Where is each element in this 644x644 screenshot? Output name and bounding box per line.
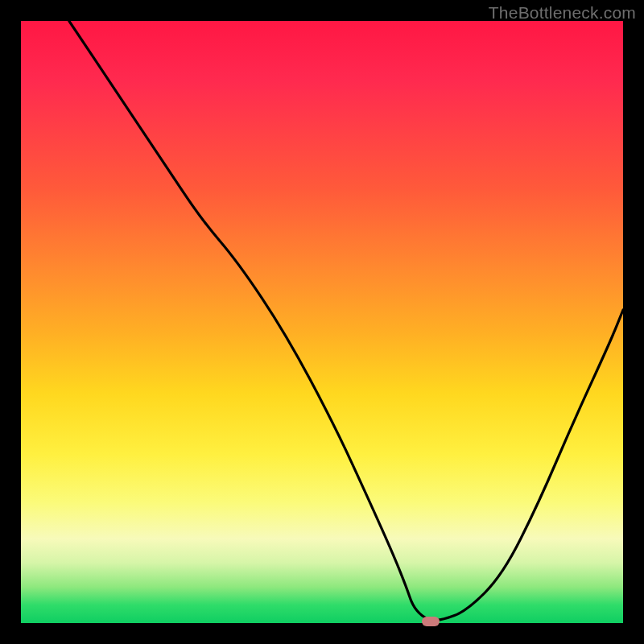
watermark-text: TheBottleneck.com [489, 3, 636, 23]
optimal-point-marker [422, 617, 440, 626]
plot-area [21, 21, 623, 623]
bottleneck-curve [69, 21, 623, 620]
curve-layer [21, 21, 623, 623]
chart-frame: TheBottleneck.com [0, 0, 644, 644]
